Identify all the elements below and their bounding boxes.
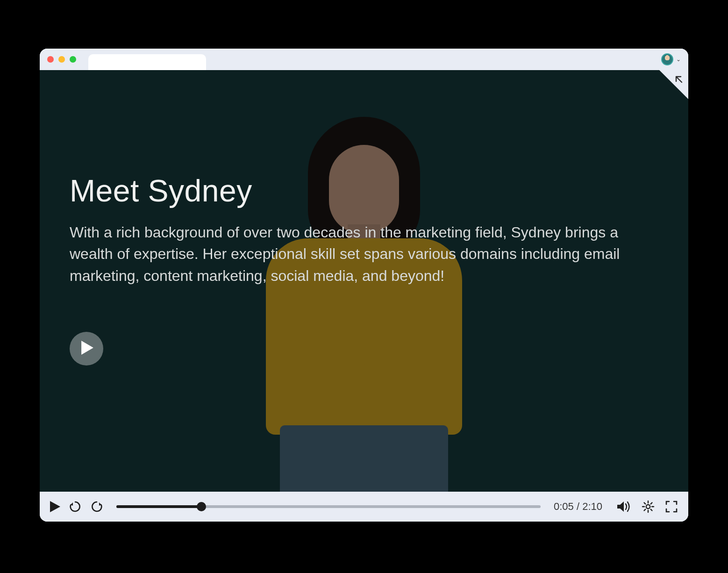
seek-bar[interactable] <box>116 505 541 508</box>
titlebar-right: ⌄ <box>661 53 681 65</box>
play-icon <box>50 501 60 512</box>
window-titlebar: ⌄ <box>40 49 688 70</box>
player-controls: 0:05 / 2:10 <box>40 492 688 522</box>
maximize-icon[interactable] <box>70 56 76 63</box>
play-overlay-button[interactable] <box>70 332 103 365</box>
arrow-up-left-icon <box>674 75 684 86</box>
corner-fold[interactable] <box>659 70 688 99</box>
slide-content: Meet Sydney With a rich background of ov… <box>40 70 688 492</box>
app-window: ⌄ Meet Sydney With a rich background of … <box>40 49 688 522</box>
minimize-icon[interactable] <box>58 56 65 63</box>
gear-icon <box>642 500 655 513</box>
forward-icon <box>90 500 103 513</box>
fullscreen-button[interactable] <box>665 500 678 513</box>
current-time: 0:05 <box>554 501 574 512</box>
volume-icon <box>616 500 631 513</box>
seek-fill <box>116 505 201 508</box>
slide-text: Meet Sydney With a rich background of ov… <box>70 173 658 286</box>
svg-line-5 <box>644 503 646 504</box>
svg-line-7 <box>644 509 646 511</box>
close-icon[interactable] <box>47 56 54 63</box>
avatar[interactable] <box>661 53 673 65</box>
svg-line-8 <box>651 503 652 504</box>
slide-body: With a rich background of over two decad… <box>70 222 644 286</box>
window-controls <box>47 56 76 63</box>
fullscreen-icon <box>665 500 678 513</box>
volume-button[interactable] <box>616 500 631 513</box>
svg-line-6 <box>651 509 652 511</box>
play-icon <box>79 341 94 357</box>
rewind-button[interactable] <box>69 500 82 513</box>
play-button[interactable] <box>50 501 60 512</box>
duration: 2:10 <box>582 501 602 512</box>
browser-tab[interactable] <box>88 54 206 70</box>
right-controls <box>616 500 678 513</box>
seek-thumb[interactable] <box>197 502 206 511</box>
svg-point-0 <box>646 505 650 509</box>
settings-button[interactable] <box>642 500 655 513</box>
rewind-icon <box>69 500 82 513</box>
forward-button[interactable] <box>90 500 103 513</box>
chevron-down-icon[interactable]: ⌄ <box>676 56 681 63</box>
time-display: 0:05 / 2:10 <box>554 501 602 513</box>
slide-heading: Meet Sydney <box>70 173 658 208</box>
